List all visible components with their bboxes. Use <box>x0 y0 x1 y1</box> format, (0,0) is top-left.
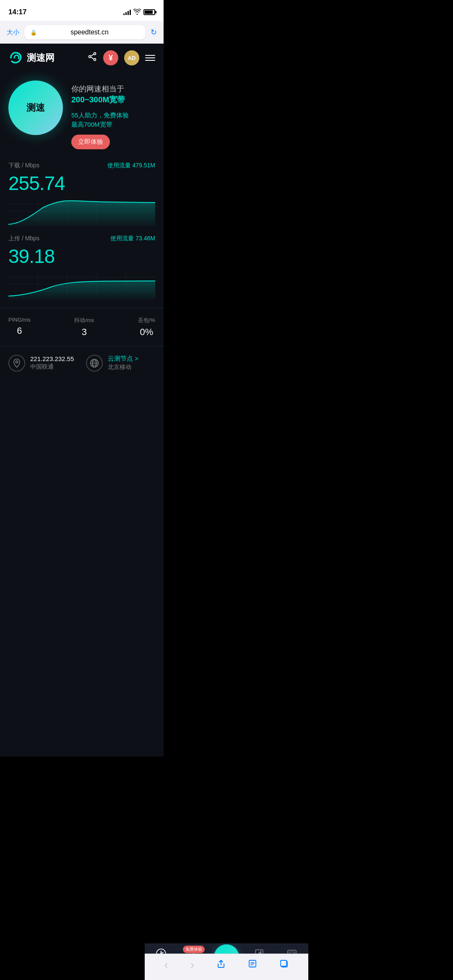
network-isp: 中国联通 <box>30 363 74 371</box>
ping-section: PING/ms 6 抖动/ms 3 丢包/% 0% <box>0 308 164 346</box>
browser-url-area[interactable]: 🔒 speedtest.cn <box>24 25 146 39</box>
download-usage: 使用流量 479.51M <box>107 162 155 169</box>
download-stat-header: 下载 / Mbps 使用流量 479.51M <box>8 162 155 169</box>
logo-text: 测速网 <box>27 52 55 64</box>
share-icon[interactable] <box>87 52 97 64</box>
menu-icon[interactable] <box>145 55 155 61</box>
hero-title: 你的网速相当于 200~300M宽带 <box>71 84 155 106</box>
ping-item: PING/ms 6 <box>8 317 31 338</box>
node-info[interactable]: 云测节点 > 北京移动 <box>86 355 155 372</box>
upload-stat-row: 上传 / Mbps 使用流量 73.46M 39.18 <box>8 235 155 299</box>
jitter-item: 抖动/ms 3 <box>74 317 94 338</box>
content-spacer <box>0 380 164 506</box>
status-icons <box>123 9 155 16</box>
download-stat-row: 下载 / Mbps 使用流量 479.51M 255.74 <box>8 162 155 226</box>
svg-line-4 <box>91 57 94 59</box>
location-icon <box>8 355 25 372</box>
ad-button[interactable]: AD <box>124 50 139 65</box>
svg-point-2 <box>94 59 96 61</box>
status-time: 14:17 <box>8 8 26 16</box>
test-speed-button[interactable]: 测速 <box>8 81 63 135</box>
loss-label: 丢包/% <box>138 317 155 324</box>
app-header: 测速网 ¥ AD <box>0 44 164 72</box>
upload-stat-header: 上传 / Mbps 使用流量 73.46M <box>8 235 155 242</box>
logo-icon <box>8 50 23 65</box>
test-button-label: 测速 <box>26 101 45 114</box>
network-node-label: 云测节点 > <box>108 355 138 363</box>
network-text-group: 221.223.232.55 中国联通 <box>30 355 74 371</box>
upload-chart <box>8 270 155 299</box>
jitter-value: 3 <box>74 327 94 338</box>
upload-usage: 使用流量 73.46M <box>110 235 155 242</box>
network-node-name: 北京移动 <box>108 364 138 371</box>
loss-value: 0% <box>138 327 155 338</box>
ping-value: 6 <box>8 325 31 336</box>
signal-bars-icon <box>123 9 131 15</box>
hero-subtitle: 55人助力，免费体验 最高700M宽带 <box>71 111 155 130</box>
status-bar: 14:17 <box>0 0 164 21</box>
wifi-icon <box>133 9 141 16</box>
loss-item: 丢包/% 0% <box>138 317 155 338</box>
upload-label: 上传 / Mbps <box>8 235 39 242</box>
app-content: 测速网 ¥ AD <box>0 44 164 756</box>
download-value: 255.74 <box>8 172 155 195</box>
hero-info: 你的网速相当于 200~300M宽带 55人助力，免费体验 最高700M宽带 立… <box>71 81 155 149</box>
browser-bar: 大小 🔒 speedtest.cn ↻ <box>0 21 164 44</box>
browser-refresh-icon[interactable]: ↻ <box>151 28 157 37</box>
network-ip: 221.223.232.55 <box>30 355 74 362</box>
stats-section: 下载 / Mbps 使用流量 479.51M 255.74 <box>0 162 164 299</box>
svg-line-3 <box>91 54 94 56</box>
upload-value: 39.18 <box>8 245 155 268</box>
download-chart <box>8 197 155 226</box>
svg-point-19 <box>16 361 18 363</box>
globe-icon <box>86 355 103 372</box>
ip-info: 221.223.232.55 中国联通 <box>8 355 78 372</box>
browser-size-label: 大小 <box>7 29 19 36</box>
lock-icon: 🔒 <box>30 29 37 36</box>
phone-wrapper: 14:17 大小 🔒 <box>0 0 164 756</box>
header-actions: ¥ AD <box>87 50 155 65</box>
logo-area: 测速网 <box>8 50 55 65</box>
node-text-group: 云测节点 > 北京移动 <box>108 355 138 371</box>
hero-section: 测速 你的网速相当于 200~300M宽带 55人助力，免费体验 最高700M宽… <box>0 72 164 162</box>
jitter-label: 抖动/ms <box>74 317 94 324</box>
svg-point-0 <box>94 53 96 55</box>
experience-button[interactable]: 立即体验 <box>71 135 110 149</box>
url-text: speedtest.cn <box>39 29 140 36</box>
yuan-button[interactable]: ¥ <box>103 50 118 65</box>
battery-icon <box>143 9 155 15</box>
hero-title-highlight: 200~300M宽带 <box>71 95 125 104</box>
svg-point-1 <box>89 56 91 58</box>
download-label: 下载 / Mbps <box>8 162 39 169</box>
network-section: 221.223.232.55 中国联通 云测节点 > 北京移动 <box>0 346 164 380</box>
ping-label: PING/ms <box>8 317 31 323</box>
